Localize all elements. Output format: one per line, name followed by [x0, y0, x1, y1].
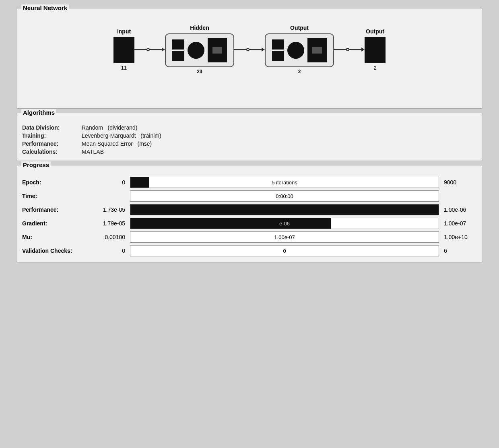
progress-title: Progress: [21, 161, 51, 168]
conn-arrow-1: [162, 47, 165, 52]
conn-arrow-3: [361, 47, 365, 52]
input-nodes: 11: [121, 65, 127, 71]
output-activation-block: [307, 38, 327, 62]
main-container: Neural Network Input 11 Hidden: [16, 8, 483, 262]
conn-dot-3: [346, 48, 349, 51]
mu-label: Mu:: [22, 234, 87, 240]
mu-left-val: 0.00100: [88, 234, 128, 240]
conn-dot-1: [146, 48, 150, 51]
output-layer-group: Output 2: [265, 25, 334, 74]
input-label: Input: [117, 28, 131, 35]
algorithms-title: Algorithms: [21, 109, 56, 116]
epoch-bar-fill: [130, 177, 149, 188]
gradient-right-val: 1.00e-07: [441, 220, 477, 227]
epoch-bar: 5 iterations: [130, 177, 439, 188]
algo-label-2: Performance:: [22, 140, 78, 147]
neural-network-section: Neural Network Input 11 Hidden: [16, 8, 483, 109]
output-weight-block-bottom: [272, 51, 284, 61]
validation-label: Validation Checks:: [22, 248, 87, 254]
output-sum-circle: [287, 42, 304, 59]
mu-right-val: 1.00e+10: [441, 234, 477, 240]
hidden-weight-block-bottom: [172, 51, 184, 61]
output-act-inner: [312, 47, 322, 54]
epoch-label: Epoch:: [22, 179, 87, 186]
epoch-left-val: 0: [88, 179, 128, 186]
algo-label-0: Data Division:: [22, 124, 78, 131]
mu-bar: 1.00e-07: [130, 231, 439, 243]
conn-dot-2: [246, 48, 250, 51]
algorithms-section: Algorithms Data Division: Random (divide…: [16, 113, 483, 161]
progress-table: Epoch: 0 5 iterations 9000 Time: 0:00:00…: [22, 177, 477, 256]
hidden-weight-block-top: [172, 39, 184, 50]
validation-bar: 0: [130, 245, 439, 256]
validation-bar-text: 0: [283, 248, 286, 254]
mu-bar-text: 1.00e-07: [274, 234, 295, 240]
output-nodes: 2: [298, 69, 301, 74]
input-box: [113, 37, 134, 63]
input-wrapper: Input 11: [113, 28, 134, 71]
gradient-bar-fill: [130, 218, 331, 229]
algo-value-0: Random (dividerand): [82, 124, 477, 131]
output-layer-label: Output: [290, 25, 309, 31]
validation-left-val: 0: [88, 248, 128, 254]
conn-line-4: [250, 49, 262, 50]
progress-section: Progress Epoch: 0 5 iterations 9000 Time…: [16, 165, 483, 262]
conn-arrow-2: [262, 47, 265, 52]
performance-label: Performance:: [22, 206, 87, 213]
neural-network-title: Neural Network: [21, 4, 69, 11]
time-bar: 0:00:00: [130, 190, 439, 202]
algorithms-table: Data Division: Random (dividerand) Train…: [22, 124, 477, 155]
epoch-right-val: 9000: [441, 179, 477, 186]
conn-line-2: [150, 49, 162, 50]
connector-hidden-output: [234, 47, 265, 52]
algo-value-1: Levenberg-Marquardt (trainlm): [82, 132, 477, 139]
conn-line-1: [134, 49, 146, 50]
output-layer-box: [265, 33, 334, 67]
hidden-label: Hidden: [190, 25, 209, 31]
performance-bar: [130, 204, 439, 215]
hidden-act-inner: [212, 47, 222, 54]
connector-output-final: [334, 47, 365, 52]
gradient-bar-text: e-06: [279, 221, 290, 227]
performance-bar-fill: [130, 204, 439, 215]
time-label: Time:: [22, 193, 87, 199]
algo-value-3: MATLAB: [82, 149, 477, 155]
performance-right-val: 1.00e-06: [441, 206, 477, 213]
hidden-layer-group: Hidden 23: [165, 25, 234, 74]
hidden-activation-block: [208, 38, 227, 62]
output-weight-block-top: [272, 39, 284, 50]
output-label: Output: [366, 28, 384, 35]
hidden-sum-circle: [188, 42, 204, 59]
conn-line-3: [234, 49, 246, 50]
connector-input-hidden: [134, 47, 165, 52]
algo-label-3: Calculations:: [22, 149, 78, 155]
gradient-label: Gradient:: [22, 220, 87, 227]
time-bar-text: 0:00:00: [276, 193, 293, 199]
output-val: 2: [373, 65, 376, 71]
output-wrapper: Output 2: [365, 28, 386, 71]
gradient-left-val: 1.79e-05: [88, 220, 128, 227]
epoch-bar-text: 5 iterations: [272, 180, 297, 186]
hidden-nodes: 23: [197, 69, 202, 74]
conn-line-6: [349, 49, 361, 50]
conn-line-5: [334, 49, 346, 50]
validation-right-val: 6: [441, 248, 477, 254]
output-box: [365, 37, 386, 63]
algo-value-2: Mean Squared Error (mse): [82, 140, 477, 147]
nn-diagram: Input 11 Hidden: [22, 17, 477, 87]
algo-label-1: Training:: [22, 132, 78, 139]
hidden-layer-box: [165, 33, 234, 67]
gradient-bar: e-06: [130, 218, 439, 229]
performance-left-val: 1.73e-05: [88, 206, 128, 213]
